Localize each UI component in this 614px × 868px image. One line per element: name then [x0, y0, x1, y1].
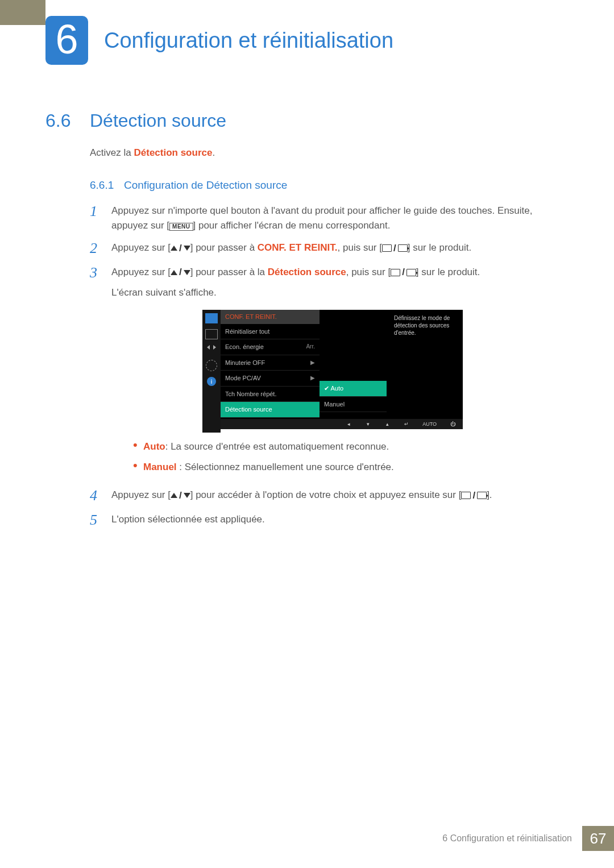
triangle-down-icon: [184, 246, 190, 251]
chapter-badge: 6: [45, 16, 88, 65]
osd-item: Tch Nombre répét.: [221, 387, 320, 402]
bullet-text: Auto: La source d'entrée est automatique…: [143, 439, 389, 454]
osd-item-selected: Détection source: [221, 402, 320, 418]
rect-arrow-icon: [477, 492, 487, 499]
rect-icon: [391, 269, 400, 276]
triangle-up-icon: [171, 493, 177, 498]
footer-page-number: 67: [582, 826, 614, 851]
step1-text-b: ] pour afficher l'écran de menu correspo…: [193, 220, 391, 231]
bullet-dot-icon: •: [133, 460, 143, 475]
osd-item-val: ▶: [310, 358, 315, 368]
osd-icon-monitor: [205, 313, 218, 323]
step3-text-c: , puis sur [: [346, 267, 391, 277]
osd-menu-title: CONF. ET REINIT.: [221, 310, 320, 324]
section-heading: 6.6 Détection source: [45, 110, 580, 131]
up-down-icon: /: [171, 241, 190, 256]
osd-icon-list: [205, 329, 218, 339]
intro-suffix: .: [212, 147, 215, 158]
menu-icon: MENU: [169, 223, 193, 231]
osd-options: Auto Manuel: [320, 381, 387, 412]
intro-prefix: Activez la: [90, 147, 134, 158]
osd-icon-gear: [206, 360, 217, 371]
slash-icon: /: [179, 241, 182, 256]
bullet-bold: Auto: [143, 441, 165, 452]
bullet-bold: Manuel: [143, 462, 177, 472]
step3-text-b: ] pour passer à la: [190, 267, 268, 277]
rect-pair-icon: /: [461, 488, 487, 503]
rect-pair-icon: /: [391, 265, 416, 280]
rect-icon: [382, 244, 392, 252]
triangle-up-icon: [171, 270, 177, 275]
step4-text-b: ] pour accéder à l'option de votre choix…: [190, 489, 462, 500]
osd-description: Définissez le mode de détection des sour…: [394, 314, 459, 337]
section-number: 6.6: [45, 110, 90, 131]
step-5: 5 L'option sélectionnée est appliquée.: [90, 512, 551, 529]
osd-item: Réinitialiser tout: [221, 324, 320, 340]
bullet-auto: • Auto: La source d'entrée est automatiq…: [133, 439, 551, 454]
subsection-heading: 6.6.1 Configuration de Détection source: [90, 177, 551, 194]
step-num-3: 3: [90, 265, 111, 480]
step3-bold: Détection source: [268, 267, 346, 277]
up-down-icon: /: [171, 488, 190, 503]
intro-line: Activez la Détection source.: [90, 146, 551, 160]
chapter-title: Configuration et réinitialisation: [104, 28, 393, 53]
osd-sidebar: i: [202, 310, 221, 433]
step-4: 4 Appuyez sur [/] pour accéder à l'optio…: [90, 488, 551, 504]
osd-item: Mode PC/AV▶: [221, 371, 320, 387]
osd-item-label: Réinitialiser tout: [225, 327, 269, 337]
section-title: Détection source: [90, 110, 226, 131]
osd-icon-arrows: [206, 345, 217, 354]
rect-pair-icon: /: [382, 241, 408, 256]
osd-bar-auto: AUTO: [422, 421, 437, 429]
rect-arrow-icon: [406, 269, 416, 276]
triangle-up-icon: [171, 246, 177, 251]
osd-item: Minuterie OFF▶: [221, 355, 320, 371]
osd-menu-list: CONF. ET REINIT. Réinitialiser tout Econ…: [221, 310, 320, 418]
step-num-4: 4: [90, 488, 111, 504]
bullet-list: • Auto: La source d'entrée est automatiq…: [133, 439, 551, 474]
page-footer: 6 Configuration et réinitialisation 67: [442, 826, 614, 851]
rect-icon: [461, 492, 471, 499]
step3-text-d: ] sur le produit.: [416, 267, 480, 277]
osd-bottom-bar: ◂ ▾ ▴ ↵ AUTO ⏻: [221, 419, 463, 429]
step3-tail: L'écran suivant s'affiche.: [111, 285, 551, 300]
bullet-dot-icon: •: [133, 439, 143, 454]
rect-arrow-icon: [398, 244, 408, 252]
osd-bar-down-icon: ▾: [364, 421, 371, 429]
osd-item-label: Econ. énergie: [225, 342, 264, 352]
step-3: 3 Appuyez sur [/] pour passer à la Détec…: [90, 265, 551, 480]
step-2-body: Appuyez sur [/] pour passer à CONF. ET R…: [111, 240, 551, 257]
step2-bold: CONF. ET REINIT.: [258, 242, 338, 253]
step-5-body: L'option sélectionnée est appliquée.: [111, 512, 551, 529]
subsection-number: 6.6.1: [90, 177, 124, 194]
step2-text-b: ] pour passer à: [190, 242, 258, 253]
osd-item-label: Mode PC/AV: [225, 373, 261, 383]
subsection-title: Configuration de Détection source: [124, 177, 287, 194]
chapter-number: 6: [55, 16, 78, 63]
step-1: 1 Appuyez sur n'importe quel bouton à l'…: [90, 203, 551, 232]
footer-chapter: 6 Configuration et réinitialisation: [442, 833, 572, 844]
step-2: 2 Appuyez sur [/] pour passer à CONF. ET…: [90, 240, 551, 257]
slash-icon: /: [393, 241, 396, 256]
page-header: 6 Configuration et réinitialisation: [45, 16, 580, 65]
slash-icon: /: [402, 265, 405, 280]
step4-text-a: Appuyez sur [: [111, 489, 171, 500]
step2-text-c: , puis sur [: [338, 242, 382, 253]
osd-item-val: ▶: [310, 373, 315, 383]
bullet-text: Manuel : Sélectionnez manuellement une s…: [143, 460, 394, 475]
osd-option: Manuel: [320, 397, 387, 413]
step-3-body: Appuyez sur [/] pour passer à la Détecti…: [111, 265, 551, 480]
bullet-rest: : La source d'entrée est automatiquement…: [165, 441, 389, 452]
triangle-down-icon: [184, 493, 190, 498]
osd-option-selected: Auto: [320, 381, 387, 397]
step-num-2: 2: [90, 240, 111, 257]
triangle-down-icon: [184, 270, 190, 275]
intro-bold: Détection source: [134, 147, 212, 158]
osd-item-label: Tch Nombre répét.: [225, 389, 276, 399]
osd-icon-info: i: [207, 377, 216, 386]
bullet-manuel: • Manuel : Sélectionnez manuellement une…: [133, 460, 551, 475]
step-4-body: Appuyez sur [/] pour accéder à l'option …: [111, 488, 551, 504]
slash-icon: /: [179, 488, 182, 503]
osd-bar-up-icon: ▴: [384, 421, 391, 429]
osd-item-label: Minuterie OFF: [225, 358, 265, 368]
